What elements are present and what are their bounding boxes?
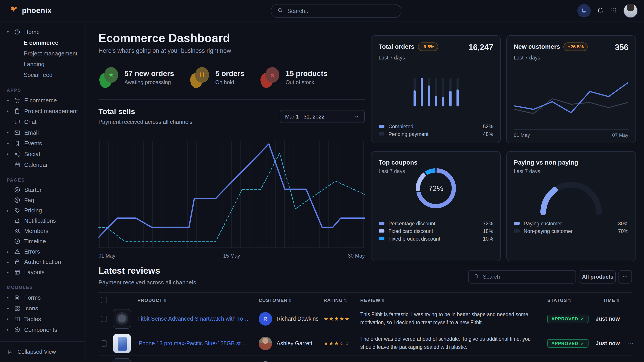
column-header-customer[interactable]: CUSTOMER⇅: [259, 297, 292, 303]
row-more-button[interactable]: ⋯: [628, 340, 634, 347]
column-header-rating[interactable]: RATING⇅: [324, 297, 347, 303]
sidebar-item-pricing[interactable]: ▸ Pricing: [0, 205, 85, 216]
sidebar-item-chat[interactable]: Chat: [0, 116, 85, 127]
sidebar-item-members[interactable]: Members: [0, 226, 85, 236]
stat-item: × 15 products Out of stock: [260, 67, 327, 88]
brand-logo[interactable]: phoenix: [9, 0, 52, 21]
tag-icon: [14, 207, 20, 214]
caret-down-icon: ▾: [5, 29, 10, 34]
navbar-search[interactable]: [271, 4, 402, 18]
collapse-icon: [7, 349, 14, 355]
sidebar-item-events[interactable]: ▸ Events: [0, 138, 85, 148]
sidebar-item-timeline[interactable]: Timeline: [0, 236, 85, 246]
legend-swatch: [514, 222, 520, 225]
users-icon: [14, 228, 20, 234]
stat-blob-icon: [190, 67, 209, 88]
sidebar-item-label: E commerce: [24, 97, 57, 103]
order-bar: [456, 78, 458, 106]
reviews-search-input[interactable]: [483, 274, 570, 280]
caret-right-icon: ▸: [5, 317, 10, 321]
all-products-button[interactable]: All products: [580, 270, 616, 284]
sidebar-item-e-commerce[interactable]: ▸ E commerce: [0, 95, 85, 105]
sidebar-item-project-management[interactable]: Project management: [0, 48, 85, 58]
table-row: iPhone 13 pro max-Pacific Blue-128GB sto…: [98, 331, 632, 356]
sidebar-item-authentication[interactable]: ▸ Authentication: [0, 257, 85, 267]
sidebar-item-forms[interactable]: ▸ Forms: [0, 292, 85, 303]
sidebar-item-label: Faq: [24, 197, 34, 203]
order-bar: [420, 78, 423, 106]
star-icon: ★: [108, 71, 114, 78]
sidebar-item-e-commerce[interactable]: E commerce: [0, 37, 85, 48]
paying-legend: Paying customer 30% Non-paying customer …: [514, 220, 628, 235]
sidebar-item-label: Events: [24, 140, 42, 146]
stat-caption: Awating processing: [124, 79, 174, 85]
sidebar-item-faq[interactable]: Faq: [0, 195, 85, 205]
legend-label: Paying customer: [524, 221, 562, 226]
sidebar-item-notifications[interactable]: Notifications: [0, 216, 85, 226]
new-customers-line-chart: [514, 75, 629, 142]
order-bar: [435, 78, 437, 106]
collapsed-view-toggle[interactable]: Collapsed View: [0, 341, 85, 362]
pause-icon: [200, 72, 204, 77]
sidebar-item-social-feed[interactable]: Social feed: [0, 69, 85, 80]
reviews-more-button[interactable]: ···: [618, 270, 632, 284]
notifications-button[interactable]: [596, 6, 604, 15]
select-all-checkbox[interactable]: [101, 297, 107, 303]
reviews-search[interactable]: [468, 270, 576, 284]
profile-avatar[interactable]: [624, 3, 638, 18]
sidebar-item-errors[interactable]: ▸ Errors: [0, 246, 85, 257]
order-bar: [442, 78, 444, 106]
moon-icon: [580, 6, 588, 14]
row-checkbox[interactable]: [101, 340, 107, 347]
sidebar-item-tables[interactable]: ▸ Tables: [0, 314, 85, 324]
stat-item: ★ 57 new orders Awating processing: [99, 67, 174, 88]
sidebar-item-calendar[interactable]: Calendar: [0, 159, 85, 170]
apps-grid-button[interactable]: [610, 6, 618, 15]
theme-toggle-button[interactable]: [577, 4, 591, 17]
axis-label: 01 May: [98, 253, 115, 259]
row-more-button[interactable]: ⋯: [628, 316, 634, 322]
sidebar-item-project-management[interactable]: ▸ Project management: [0, 105, 85, 116]
page-subtitle: Here's what's going on at your business …: [98, 47, 231, 54]
new-customers-period: Last 7 days: [514, 55, 628, 60]
phone-image: [118, 337, 127, 351]
date-range-select[interactable]: Mar 1 - 31, 2022: [280, 110, 365, 123]
customer-avatar: R: [259, 312, 272, 326]
product-link[interactable]: iPhone 13 pro max-Pacific Blue-128GB sto…: [138, 340, 249, 347]
sidebar-item-icons[interactable]: ▸ Icons: [0, 303, 85, 314]
product-thumbnail: [113, 309, 131, 329]
sidebar-item-home[interactable]: ▾ Home: [0, 26, 85, 37]
search-icon: [474, 273, 479, 279]
column-header-label: TIME: [603, 297, 615, 303]
caret-right-icon: ▸: [5, 249, 10, 254]
sidebar-item-layouts[interactable]: ▸ Layouts: [0, 267, 85, 277]
sidebar-item-social[interactable]: ▸ Social: [0, 148, 85, 159]
legend-value: 70%: [618, 228, 628, 234]
legend-label: Fixed product discount: [388, 236, 440, 241]
column-header-time[interactable]: TIME⇅: [584, 297, 620, 303]
column-header-review[interactable]: REVIEW⇅: [360, 297, 385, 303]
sidebar-item-label: Landing: [24, 61, 44, 67]
caret-right-icon: ▸: [5, 306, 10, 310]
paying-card-title: Paying vs non paying: [514, 159, 578, 166]
sidebar-nav: ▾ Home E commerce Project management Lan…: [0, 21, 86, 362]
product-link[interactable]: Fitbit Sense Advanced Smartwatch with To…: [138, 316, 249, 322]
column-header-label: PRODUCT: [138, 297, 162, 303]
sidebar-item-email[interactable]: ▸ Email: [0, 127, 85, 138]
column-header-status[interactable]: STATUS⇅: [547, 297, 572, 303]
navbar-actions: [577, 0, 638, 21]
column-header-label: RATING: [324, 297, 343, 303]
total-sells-chart: [98, 141, 365, 252]
stat-blob-icon: ×: [260, 67, 279, 88]
navbar-search-input[interactable]: [287, 8, 395, 14]
search-icon: [277, 7, 283, 13]
caret-right-icon: ▸: [5, 208, 10, 213]
sidebar-item-starter[interactable]: Starter: [0, 185, 85, 195]
total-orders-card: Total orders -6.8% 16,247 Last 7 days Co…: [371, 35, 501, 143]
row-checkbox[interactable]: [101, 316, 107, 322]
sidebar-item-landing[interactable]: Landing: [0, 58, 85, 69]
sidebar-item-components[interactable]: ▸ Components: [0, 324, 85, 335]
sidebar-item-label: Errors: [24, 248, 40, 255]
gauge-canvas: [535, 175, 607, 217]
column-header-product[interactable]: PRODUCT⇅: [138, 297, 167, 303]
